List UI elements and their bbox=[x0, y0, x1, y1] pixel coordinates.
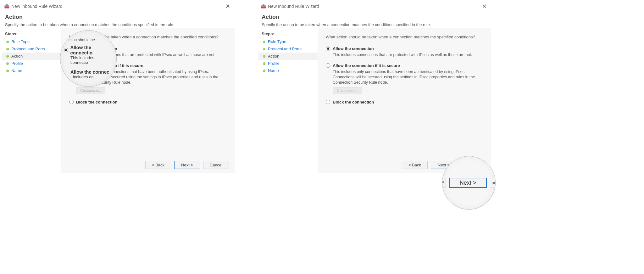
svg-rect-6 bbox=[261, 6, 263, 7]
step-action[interactable]: Action bbox=[2, 53, 61, 60]
svg-rect-1 bbox=[5, 6, 6, 7]
step-label: Action bbox=[268, 54, 279, 59]
bullet-icon bbox=[263, 55, 265, 58]
svg-point-9 bbox=[263, 4, 264, 6]
step-label: Name bbox=[268, 68, 279, 73]
steps-heading: Steps: bbox=[2, 30, 61, 38]
cancel-button[interactable]: Cancel bbox=[203, 161, 229, 169]
back-button[interactable]: < Back bbox=[402, 161, 428, 169]
option-label: Block the connection bbox=[333, 100, 374, 104]
window-title: New Inbound Rule Wizard bbox=[268, 4, 319, 9]
lens-next-button: Next > bbox=[449, 178, 487, 188]
option-row[interactable]: Block the connection bbox=[69, 100, 226, 104]
lens-content: < B Next > ncel bbox=[442, 156, 495, 209]
step-rule-type[interactable]: Rule Type bbox=[2, 38, 61, 45]
titlebar-left: New Inbound Rule Wizard bbox=[261, 4, 319, 9]
back-button[interactable]: < Back bbox=[145, 161, 171, 169]
page-subtitle: Specify the action to be taken when a co… bbox=[262, 22, 488, 27]
step-action[interactable]: Action bbox=[258, 53, 318, 60]
lens-opt1: Allow the connectio bbox=[70, 45, 113, 55]
next-button[interactable]: Next > bbox=[174, 161, 200, 169]
firewall-icon bbox=[4, 4, 9, 9]
option-label: Allow the connection if it is secure bbox=[333, 63, 400, 68]
lens-opt2: Allow the connec bbox=[70, 69, 109, 75]
step-label: Rule Type bbox=[268, 39, 286, 44]
titlebar-left: New Inbound Rule Wizard bbox=[4, 4, 63, 9]
radio-icon bbox=[64, 48, 68, 52]
customize-button: Customize... bbox=[333, 87, 362, 94]
radio-allow-secure[interactable] bbox=[326, 63, 330, 68]
option-label: Block the connection bbox=[76, 100, 117, 104]
option-allow-secure: Allow the connection if it is secure Thi… bbox=[326, 63, 483, 94]
step-profile[interactable]: Profile bbox=[258, 60, 318, 67]
firewall-icon bbox=[261, 4, 266, 9]
lens-opt1-sub: This includes connectio bbox=[70, 55, 113, 65]
radio-allow[interactable] bbox=[326, 47, 330, 51]
steps-heading: Steps: bbox=[258, 30, 318, 38]
body-row: Steps: Rule Type Protocol and Ports Acti… bbox=[258, 28, 491, 173]
step-label: Action bbox=[11, 54, 23, 59]
bullet-icon bbox=[6, 41, 9, 43]
svg-point-4 bbox=[6, 4, 8, 6]
body-row: Steps: Rule Type Protocol and Ports Acti… bbox=[2, 28, 235, 173]
header-area: Action Specify the action to be taken wh… bbox=[2, 11, 235, 28]
bullet-icon bbox=[6, 62, 9, 65]
step-name[interactable]: Name bbox=[2, 67, 61, 74]
bullet-icon bbox=[6, 48, 9, 50]
option-block: Block the connection bbox=[326, 100, 483, 104]
step-label: Profile bbox=[11, 61, 23, 66]
bullet-icon bbox=[263, 48, 265, 50]
option-row[interactable]: Allow the connection if it is secure bbox=[326, 63, 483, 68]
titlebar: New Inbound Rule Wizard ✕ bbox=[2, 1, 235, 11]
lens-content: t action should be Allow the connectio T… bbox=[60, 35, 116, 82]
svg-rect-3 bbox=[8, 6, 9, 7]
magnifier-lens-options: t action should be Allow the connectio T… bbox=[60, 30, 117, 87]
bullet-icon bbox=[6, 55, 9, 58]
option-allow: Allow the connection This includes conne… bbox=[326, 46, 483, 58]
radio-block[interactable] bbox=[69, 100, 74, 104]
lens-opt2-sub: includes on bbox=[73, 75, 113, 79]
page-title: Action bbox=[5, 14, 231, 20]
lens-row: Allow the connec bbox=[64, 69, 113, 75]
page-subtitle: Specify the action to be taken when a co… bbox=[5, 22, 231, 27]
option-row[interactable]: Block the connection bbox=[326, 100, 483, 104]
option-block: Block the connection bbox=[69, 100, 226, 104]
footer-bar: < Back Next > Cancel bbox=[61, 157, 235, 173]
option-label: Allow the connection bbox=[333, 46, 374, 51]
step-label: Profile bbox=[268, 61, 280, 66]
lens-row: Allow the connectio bbox=[64, 45, 113, 55]
titlebar: New Inbound Rule Wizard ✕ bbox=[258, 1, 491, 11]
header-area: Action Specify the action to be taken wh… bbox=[258, 11, 491, 28]
close-icon[interactable]: ✕ bbox=[224, 3, 232, 10]
step-label: Protocol and Ports bbox=[11, 47, 45, 51]
dialog-right: New Inbound Rule Wizard ✕ Action Specify… bbox=[258, 1, 491, 190]
radio-block[interactable] bbox=[326, 100, 330, 104]
dialog-left: New Inbound Rule Wizard ✕ Action Specify… bbox=[2, 1, 235, 190]
svg-rect-8 bbox=[264, 6, 266, 7]
option-row[interactable]: Allow the connection bbox=[326, 46, 483, 51]
step-protocol-ports[interactable]: Protocol and Ports bbox=[2, 45, 61, 53]
lens-cancel-fragment: ncel bbox=[490, 178, 496, 187]
bullet-icon bbox=[6, 70, 9, 72]
lens-fragment: t action should be bbox=[64, 38, 113, 42]
bullet-icon bbox=[263, 62, 265, 65]
step-rule-type[interactable]: Rule Type bbox=[258, 38, 318, 45]
main-panel: What action should be taken when a conne… bbox=[318, 28, 491, 173]
lens-back-fragment: < B bbox=[442, 178, 446, 187]
steps-sidebar: Steps: Rule Type Protocol and Ports Acti… bbox=[258, 28, 318, 173]
prompt-text: What action should be taken when a conne… bbox=[326, 35, 483, 39]
close-icon[interactable]: ✕ bbox=[480, 3, 489, 10]
window-title: New Inbound Rule Wizard bbox=[11, 4, 63, 9]
step-name[interactable]: Name bbox=[258, 67, 318, 74]
step-protocol-ports[interactable]: Protocol and Ports bbox=[258, 45, 318, 53]
magnifier-lens-next: < B Next > ncel bbox=[442, 156, 496, 210]
steps-sidebar: Steps: Rule Type Protocol and Ports Acti… bbox=[2, 28, 61, 173]
page-title: Action bbox=[262, 14, 488, 20]
step-profile[interactable]: Profile bbox=[2, 60, 61, 67]
step-label: Name bbox=[11, 68, 22, 73]
option-desc: This includes only connections that have… bbox=[333, 69, 480, 85]
step-label: Rule Type bbox=[11, 39, 30, 44]
customize-button: Customize... bbox=[76, 87, 105, 94]
bullet-icon bbox=[263, 41, 265, 43]
bullet-icon bbox=[263, 70, 265, 72]
